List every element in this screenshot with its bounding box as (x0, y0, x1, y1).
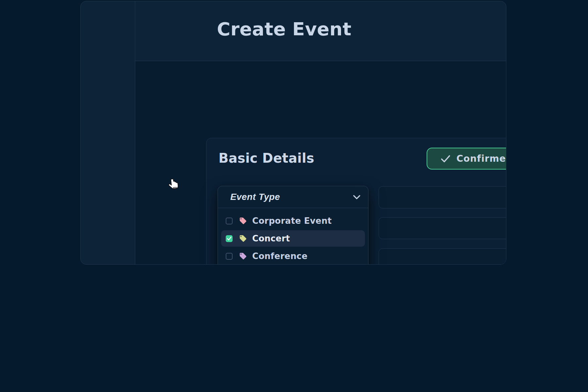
confirmed-badge-label: Confirmed (456, 153, 506, 164)
event-type-select[interactable]: Event Type (218, 186, 368, 208)
chevron-down-icon (353, 195, 360, 199)
checkbox-checked[interactable] (226, 235, 233, 242)
tag-icon (239, 252, 247, 260)
card-title: Basic Details (219, 151, 314, 166)
tag-icon (239, 235, 247, 242)
empty-input-field[interactable] (379, 217, 506, 239)
checkbox-unchecked[interactable] (226, 253, 233, 260)
content-area: Basic Details Confirmed Event Type (135, 61, 506, 265)
page-title: Create Event (217, 19, 351, 39)
event-type-options: Corporate Event Concert (218, 208, 368, 264)
confirmed-badge[interactable]: Confirmed (427, 148, 506, 170)
empty-input-field[interactable] (379, 248, 506, 265)
empty-input-field[interactable] (379, 186, 506, 208)
check-icon (441, 155, 450, 163)
option-label: Conference (252, 251, 307, 261)
option-corporate-event[interactable]: Corporate Event (221, 213, 365, 229)
option-conference[interactable]: Conference (221, 248, 365, 264)
option-concert[interactable]: Concert (221, 230, 365, 247)
event-type-dropdown: Event Type Corporate Event (218, 186, 368, 265)
tag-icon (239, 217, 247, 225)
option-label: Corporate Event (252, 216, 332, 226)
event-type-select-label: Event Type (230, 192, 280, 202)
option-label: Concert (252, 234, 290, 243)
checkbox-unchecked[interactable] (226, 218, 233, 224)
sidebar (81, 1, 135, 264)
page-header: Create Event (135, 1, 506, 61)
hand-pointer-cursor-icon (167, 177, 181, 192)
check-icon (227, 237, 232, 241)
app-window: Create Event Basic Details Confirmed Eve… (80, 1, 506, 265)
